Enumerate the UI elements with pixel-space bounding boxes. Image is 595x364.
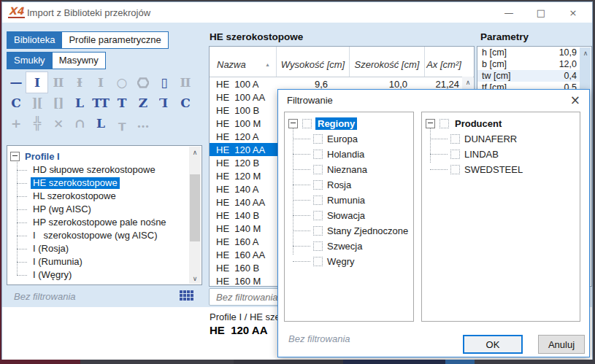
profile-tree-item[interactable]: I szerokostopowe (wg AISC) <box>7 229 190 242</box>
ok-button[interactable]: OK <box>463 335 523 354</box>
region-checkbox[interactable] <box>313 257 323 266</box>
profile-tree-item[interactable]: HP (wg AISC) <box>7 203 190 216</box>
cell-name: HE 140 AA <box>210 197 277 208</box>
region-checkbox[interactable] <box>313 195 323 205</box>
region-item[interactable]: Słowacja <box>285 208 413 223</box>
scroll-up-icon[interactable]: ∧ <box>189 147 201 158</box>
producers-root-checkbox[interactable] <box>439 119 449 128</box>
channel-section-icon[interactable]: C <box>5 93 26 113</box>
dialog-close-icon[interactable]: × <box>570 93 580 107</box>
profile-tree-item[interactable]: HP szerokostopowe pale nośne <box>7 216 190 229</box>
profile-tree-item[interactable]: HD słupowe szerokostopowe <box>7 163 190 177</box>
i-crossbar-section-icon[interactable]: Ɨ <box>69 72 90 93</box>
column-header-4[interactable]: Ax [cm²] <box>425 47 463 77</box>
double-cross-section-icon[interactable]: ╬ <box>26 113 47 133</box>
cancel-button[interactable]: Anuluj <box>538 335 585 354</box>
section-table-title: HE szerokostopowe <box>210 31 303 42</box>
i-beam-section-icon[interactable]: I <box>90 72 111 93</box>
producer-item[interactable]: DUNAFERR <box>422 131 580 147</box>
profile-tree-item[interactable]: I (Rumunia) <box>7 255 190 268</box>
producer-checkbox[interactable] <box>450 150 460 159</box>
region-item[interactable]: Nieznana <box>285 162 413 177</box>
grid-dot <box>183 298 186 301</box>
column-header-1[interactable]: Nazwa▲ <box>210 47 277 77</box>
profile-tree-scrollbar[interactable]: ∧ ∨ <box>189 147 201 284</box>
twin-i-section-icon[interactable]: II <box>174 72 196 93</box>
window-controls: — □ × <box>493 2 589 23</box>
cell-name: HE 120 AA <box>210 144 277 155</box>
region-checkbox[interactable] <box>313 241 323 251</box>
region-checkbox[interactable] <box>313 226 323 236</box>
producer-item[interactable]: SWEDSTEEL <box>422 162 580 177</box>
table-view-grid-icon[interactable] <box>180 290 193 301</box>
producers-root-row[interactable]: Producent <box>422 116 580 131</box>
region-label: Europa <box>327 133 358 144</box>
dialog-filter-placeholder[interactable]: Bez filtrowania <box>288 333 350 344</box>
angle-section-icon[interactable]: L <box>69 93 90 113</box>
arc-section-icon[interactable]: ∩ <box>69 113 90 133</box>
scroll-up-icon[interactable]: ∧ <box>580 47 591 58</box>
region-checkbox[interactable] <box>313 134 323 144</box>
region-item[interactable]: Szwecja <box>285 239 413 254</box>
window-titlebar[interactable]: X4 Import z Biblioteki przekrojów — □ × <box>2 2 592 23</box>
region-item[interactable]: Rumunia <box>285 193 413 208</box>
tee-section-icon[interactable]: T <box>111 93 132 113</box>
tab-profile-parametryczne[interactable]: Profile parametryczne <box>62 32 167 48</box>
profile-tree-item[interactable]: HE szerokostopowe <box>7 177 190 190</box>
cold-formed-channel-icon[interactable]: C <box>174 93 196 113</box>
back-to-back-channels-icon[interactable]: ][ <box>26 93 47 113</box>
producer-checkbox[interactable] <box>450 165 460 174</box>
column-header-2[interactable]: Wysokość [cm] <box>277 47 350 77</box>
pipe-section-icon[interactable]: ○ <box>111 72 132 93</box>
scrollbar-thumb[interactable] <box>190 174 200 241</box>
region-checkbox[interactable] <box>313 165 323 174</box>
box-section-icon[interactable]: ▯ <box>153 72 174 93</box>
profile-tree-root-row[interactable]: Profile I <box>10 150 60 163</box>
region-item[interactable]: Węgry <box>285 254 413 269</box>
flat-bar-icon[interactable]: — <box>5 72 26 93</box>
region-label: Rosja <box>327 179 351 190</box>
collapse-expander-icon[interactable] <box>426 119 435 128</box>
x-brace-section-icon[interactable]: × <box>47 113 69 133</box>
tree-filter-placeholder[interactable]: Bez filtrowania <box>14 291 76 302</box>
mirrored-angle-section-icon[interactable]: Γ <box>153 93 174 113</box>
profile-tree-item[interactable]: I (Rosja) <box>7 242 190 255</box>
scroll-down-icon[interactable]: ∨ <box>189 273 201 284</box>
region-checkbox[interactable] <box>313 150 323 159</box>
region-checkbox[interactable] <box>313 180 323 190</box>
desktop-edge-bottom <box>0 360 595 364</box>
rail-section-icon[interactable]: ┰ <box>111 113 132 133</box>
regions-root-checkbox[interactable] <box>302 119 312 128</box>
tab-biblioteka[interactable]: Biblioteka <box>7 32 62 48</box>
zed-section-icon[interactable]: Z <box>132 93 153 113</box>
tab-smukły[interactable]: Smukły <box>7 53 53 69</box>
region-item[interactable]: Stany Zjednoczone <box>285 223 413 239</box>
region-item[interactable]: Rosja <box>285 177 413 193</box>
profile-tree-item[interactable]: HL szerokostopowe <box>7 190 190 203</box>
more-sections-icon[interactable]: … <box>132 113 153 133</box>
parameter-value: 10,9 <box>559 47 581 58</box>
scroll-up-icon[interactable]: ∧ <box>462 77 474 88</box>
regions-root-row[interactable]: Regiony <box>285 116 413 131</box>
collapse-expander-icon[interactable] <box>10 152 20 161</box>
region-item[interactable]: Europa <box>285 131 413 147</box>
close-button[interactable]: × <box>557 2 589 23</box>
producer-checkbox[interactable] <box>450 134 460 144</box>
thick-angle-section-icon[interactable]: L <box>90 113 111 133</box>
minimize-button[interactable]: — <box>493 2 525 23</box>
tab-masywny[interactable]: Masywny <box>53 53 105 69</box>
column-header-3[interactable]: Szerokość [cm] <box>350 47 425 77</box>
region-item[interactable]: Holandia <box>285 147 413 162</box>
i-section-icon[interactable]: I <box>26 72 47 93</box>
maximize-button[interactable]: □ <box>525 2 557 23</box>
double-i-section-icon[interactable]: II <box>47 72 69 93</box>
double-tee-section-icon[interactable]: TT <box>90 93 111 113</box>
section-shape-toolbar: —IIIƗI○▯IIC][[]LTTTZΓC+╬×∩L┰… <box>5 72 201 133</box>
cross-section-icon[interactable]: + <box>5 113 26 133</box>
hexagon-section-icon[interactable] <box>132 72 153 93</box>
collapse-expander-icon[interactable] <box>288 119 298 128</box>
region-checkbox[interactable] <box>313 211 323 220</box>
producer-item[interactable]: LINDAB <box>422 147 580 162</box>
box-of-channels-icon[interactable]: [] <box>47 93 69 113</box>
profile-tree-item[interactable]: I (Węgry) <box>7 268 190 282</box>
